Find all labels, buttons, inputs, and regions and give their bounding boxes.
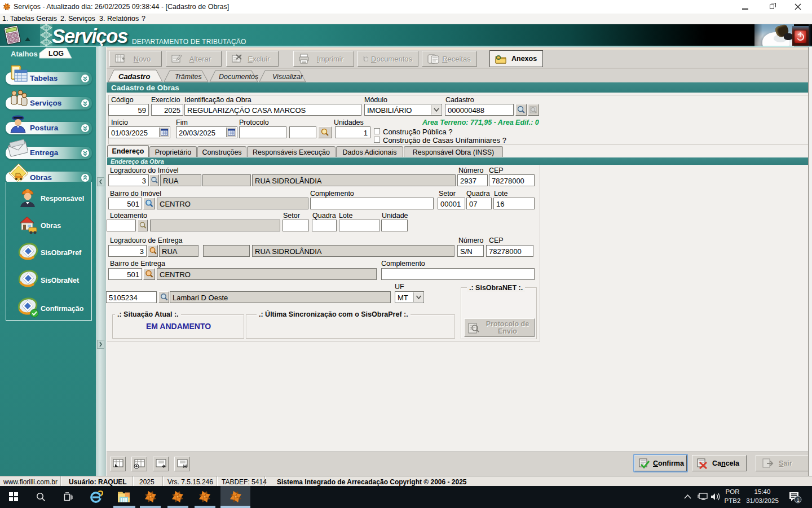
svg-text:LOG: LOG — [48, 50, 64, 58]
svg-text:Trâmites: Trâmites — [175, 73, 202, 81]
svg-text:1: 1 — [797, 497, 800, 503]
svg-text:Visualizar: Visualizar — [272, 73, 303, 81]
svg-text:Cadastro: Cadastro — [118, 72, 150, 81]
svg-text:Documentos: Documentos — [219, 73, 258, 81]
